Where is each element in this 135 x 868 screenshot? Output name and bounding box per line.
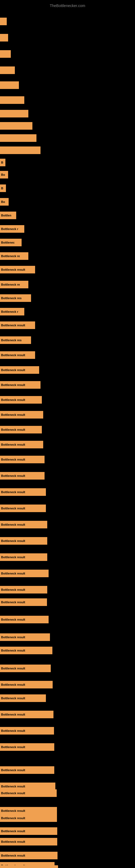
bar xyxy=(0,122,32,130)
bar: Bottleneck result xyxy=(0,321,35,329)
bar-row: Bottleneck result xyxy=(0,852,135,859)
bar: Bottleneck res xyxy=(0,294,31,302)
bar: Bottleneck result xyxy=(0,586,47,593)
bar-row: Bottleneck result xyxy=(0,766,135,774)
bar xyxy=(0,34,8,41)
bar: Bottleneck result xyxy=(0,396,42,404)
bar-row: Bottleneck result xyxy=(0,827,135,835)
bar: Bottleneck result xyxy=(0,782,55,790)
bar-row: Bottleneck result xyxy=(0,681,135,688)
bar: B xyxy=(0,159,5,166)
bar-row: Bottleneck re xyxy=(0,281,135,288)
bar-row xyxy=(0,18,135,25)
bar-row: Bottleneck result xyxy=(0,814,135,822)
bar-row: Bo xyxy=(0,171,135,179)
bar: Bottleneck res xyxy=(0,336,31,344)
bar-row: Bottleneck result xyxy=(0,569,135,577)
bar: Bottleneck re xyxy=(0,252,28,260)
bar-row: Bottleneck result xyxy=(0,727,135,735)
bar-row: Bottleneck re xyxy=(0,252,135,260)
bar xyxy=(0,96,24,104)
bar: Bottleneck result xyxy=(0,351,35,359)
bar-row: Bottleneck result xyxy=(0,351,135,359)
bar: Bottleneck re xyxy=(0,281,28,288)
bar: Bottleneck result xyxy=(0,411,43,418)
bar: Bottleneck result xyxy=(0,488,46,496)
bar-row: Bottleneck result xyxy=(0,366,135,374)
bar: Bottleneck result xyxy=(0,426,42,433)
bar-row: Bottleneck result xyxy=(0,586,135,593)
bar-row: Bottleneck result xyxy=(0,381,135,389)
bar-row: Bottleneck result xyxy=(0,396,135,404)
bar: Bottleneck result xyxy=(0,664,51,672)
bar: Bottleneck result xyxy=(0,647,52,654)
bar: Bottleneck result xyxy=(0,598,47,606)
bar-row: Bottleneck result xyxy=(0,426,135,433)
bar-row xyxy=(0,122,135,130)
bar-row: Bottleneck result xyxy=(0,488,135,496)
bar-row: Bottleneck result xyxy=(0,838,135,845)
bar-row: Bottleneck result xyxy=(0,647,135,654)
bar xyxy=(0,110,28,118)
bar-row: Bottleneck result xyxy=(0,504,135,512)
bar: Bo xyxy=(0,198,9,206)
bar-row: Bottleneck result xyxy=(0,694,135,702)
bar: Bottleneck result xyxy=(0,633,50,641)
bar xyxy=(0,82,19,89)
bar: Bottleneck result xyxy=(0,814,57,822)
bar: Bottleneck result xyxy=(0,694,46,702)
bar-row: Bottleneck result xyxy=(0,782,135,790)
bar: Bottleneck result xyxy=(0,789,57,797)
bar: Bottleneck result xyxy=(0,521,47,528)
bar: Bottleneck result xyxy=(0,537,47,545)
bar-row: B xyxy=(0,159,135,166)
bar-row: Bottleneck result xyxy=(0,553,135,561)
bar: Bottleneck result xyxy=(0,838,57,845)
bar: Bottleneck result xyxy=(0,456,45,463)
bar: Bottleneck r xyxy=(0,225,24,233)
bar-row: Bottleneck result xyxy=(0,411,135,418)
bar: B xyxy=(0,184,6,192)
bar-row: Bottleneck res xyxy=(0,294,135,302)
bar-row: Bottlenec xyxy=(0,239,135,246)
bar: Bottleneck result xyxy=(0,852,57,859)
bar-row xyxy=(0,96,135,104)
bar-row xyxy=(0,110,135,118)
bar-row: Bottleneck r xyxy=(0,308,135,315)
bar-row: Bottleneck result xyxy=(0,807,135,814)
bar-row: Bottleneck result xyxy=(0,598,135,606)
bar: Bottleneck result xyxy=(0,807,57,814)
bar-row: Bottleneck result xyxy=(0,616,135,623)
bar: Bottleneck r xyxy=(0,308,24,315)
bar-row: Bottleneck result xyxy=(0,711,135,718)
bar-row: Bottleneck res xyxy=(0,336,135,344)
bar-row: Bottleneck result xyxy=(0,441,135,448)
bar-row: Bottleneck result xyxy=(0,664,135,672)
bar-row xyxy=(0,50,135,58)
bar-row: Bottleneck result xyxy=(0,633,135,641)
bar: Bottleneck result xyxy=(0,865,58,868)
bar: Bottlen xyxy=(0,212,16,219)
bar: Bottleneck result xyxy=(0,553,47,561)
bar: Bottleneck result xyxy=(0,766,54,774)
bar: Bo xyxy=(0,171,8,179)
bar-row: Bottleneck result xyxy=(0,321,135,329)
bar-row: Bottleneck result xyxy=(0,789,135,797)
bar: Bottlenec xyxy=(0,239,21,246)
bar-row: Bottleneck result xyxy=(0,743,135,751)
bar-row: Bottleneck result xyxy=(0,865,135,868)
bar-row xyxy=(0,147,135,154)
bar: Bottleneck result xyxy=(0,266,35,273)
bar: Bottleneck result xyxy=(0,569,49,577)
bar: Bottleneck result xyxy=(0,472,45,479)
bar-row xyxy=(0,66,135,74)
bar-row: Bottleneck result xyxy=(0,266,135,273)
bar-row: Bottleneck result xyxy=(0,456,135,463)
bar: Bottleneck result xyxy=(0,381,41,389)
bar-row: Bottlen xyxy=(0,212,135,219)
bar-row: Bo xyxy=(0,198,135,206)
bar-row: Bottleneck result xyxy=(0,537,135,545)
bar: Bottleneck result xyxy=(0,504,46,512)
bar: Bottleneck result xyxy=(0,616,49,623)
bar: Bottleneck result xyxy=(0,727,54,735)
